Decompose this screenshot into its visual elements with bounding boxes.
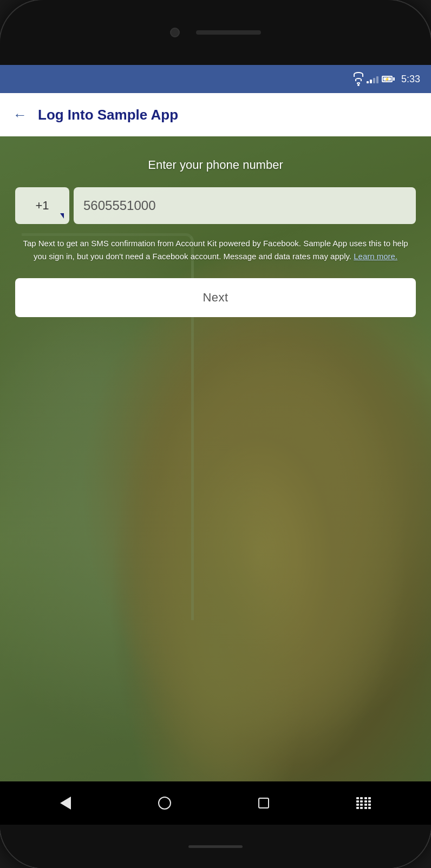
phone-input-row: +1 (15, 187, 416, 224)
signal-icon (367, 75, 378, 83)
next-button[interactable]: Next (15, 278, 416, 317)
top-bezel (0, 0, 431, 65)
back-nav-icon[interactable] (60, 797, 71, 810)
main-content: Enter your phone number +1 Tap Next to g… (0, 136, 431, 781)
home-indicator (188, 845, 243, 848)
bottom-bezel (0, 781, 431, 868)
bottom-chin (0, 825, 431, 868)
phone-prompt: Enter your phone number (148, 158, 283, 172)
recents-nav-icon[interactable] (258, 798, 269, 808)
back-button[interactable]: ← (13, 108, 27, 122)
phone-screen: ⚡ 5:33 ← Log Into Sample App (0, 65, 431, 781)
keyboard-nav-icon[interactable] (356, 797, 371, 809)
phone-number-input[interactable] (74, 187, 416, 224)
speaker (196, 30, 261, 35)
home-nav-icon[interactable] (158, 797, 171, 810)
wifi-icon (354, 72, 363, 86)
battery-icon: ⚡ (382, 76, 395, 82)
status-time: 5:33 (401, 74, 420, 85)
country-code-label: +1 (35, 199, 49, 213)
camera (170, 28, 180, 37)
app-bar: ← Log Into Sample App (0, 93, 431, 136)
phone-frame: ⚡ 5:33 ← Log Into Sample App (0, 0, 431, 868)
status-bar: ⚡ 5:33 (0, 65, 431, 93)
learn-more-link[interactable]: Learn more. (354, 252, 397, 261)
country-code-button[interactable]: +1 (15, 187, 69, 224)
app-bar-title: Log Into Sample App (38, 107, 178, 123)
status-icons: ⚡ (354, 72, 395, 86)
navigation-bar (0, 781, 431, 825)
form-area: Enter your phone number +1 Tap Next to g… (0, 136, 431, 317)
sms-info-text: Tap Next to get an SMS confirmation from… (15, 237, 416, 263)
dropdown-arrow-icon (60, 213, 64, 219)
